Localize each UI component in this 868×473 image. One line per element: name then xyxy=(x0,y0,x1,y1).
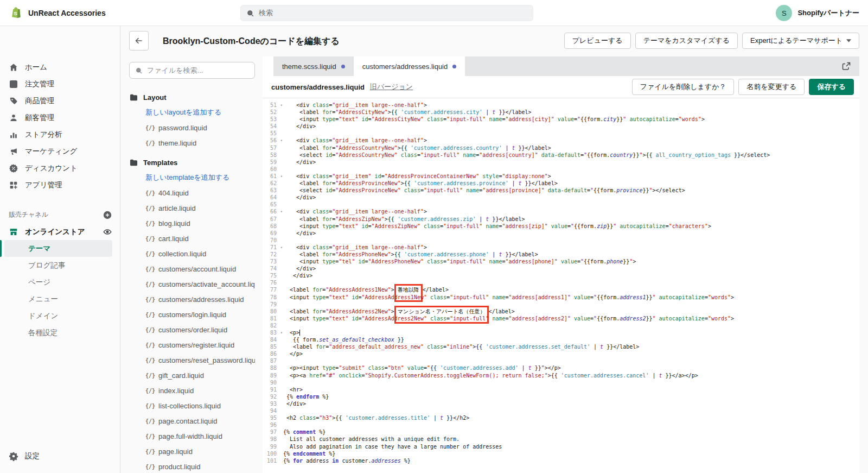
code-line[interactable]: 59 </div> xyxy=(263,159,859,166)
header-action-button[interactable]: プレビューする xyxy=(564,33,631,49)
save-button[interactable]: 保存する xyxy=(809,79,854,95)
file-item[interactable]: {/}theme.liquid xyxy=(129,135,255,150)
sidebar-item-home[interactable]: ホーム xyxy=(0,59,120,75)
file-item[interactable]: {/}article.liquid xyxy=(129,200,255,216)
code-line[interactable]: 65 xyxy=(263,201,859,208)
file-item[interactable]: {/}blog.liquid xyxy=(129,216,255,231)
file-item[interactable]: {/}customers/account.liquid xyxy=(129,261,255,276)
add-file-link[interactable]: 新しいtemplateを追加する xyxy=(129,170,255,185)
file-item[interactable]: {/}page.liquid xyxy=(129,444,255,459)
code-line[interactable]: 101{% for address in customer.addresses … xyxy=(263,457,859,464)
file-item[interactable]: {/}page.full-width.liquid xyxy=(129,428,255,444)
code-line[interactable]: 52 <label for="AddressCityNew">{{ 'custo… xyxy=(263,109,859,116)
code-line[interactable]: 75 </div> xyxy=(263,272,859,279)
header-action-button[interactable]: Expertによるテーマサポート xyxy=(742,33,859,49)
search-input[interactable]: 検索 xyxy=(240,5,533,21)
code-line[interactable]: 71▾ <div class="grid__item large--one-ha… xyxy=(263,244,859,251)
code-line[interactable]: 94 xyxy=(263,407,859,414)
editor-tab[interactable]: customers/addresses.liquid xyxy=(354,56,465,76)
code-line[interactable]: 51▾ <div class="grid__item large--one-ha… xyxy=(263,102,859,109)
code-line[interactable]: 74 </div> xyxy=(263,265,859,272)
code-line[interactable]: 76 xyxy=(263,279,859,286)
sidebar-subitem-item[interactable]: メニュー xyxy=(0,291,120,307)
code-line[interactable]: 81 <input type="text" id="AddressAddress… xyxy=(263,315,859,322)
sidebar-item-settings[interactable]: 設定 xyxy=(0,447,120,464)
code-line[interactable]: 66▾ <div class="grid__item large--one-ha… xyxy=(263,208,859,215)
code-line[interactable]: 98 List all customer addresses with a un… xyxy=(263,436,859,443)
sidebar-item-customers[interactable]: 顧客管理 xyxy=(0,109,120,126)
code-line[interactable]: 72 <label for="AddressPhoneNew">{{ 'cust… xyxy=(263,251,859,258)
code-line[interactable]: 57 <label for="AddressCountryNew">{{ 'cu… xyxy=(263,144,859,152)
code-line[interactable]: 86 </p> xyxy=(263,350,859,357)
code-line[interactable]: 95 <h2 class="h3">{{ 'customer.addresses… xyxy=(263,414,859,421)
file-item[interactable]: {/}customers/activate_account.liquid xyxy=(129,276,255,292)
rename-file-button[interactable]: 名前を変更する xyxy=(738,79,805,95)
back-button[interactable] xyxy=(129,31,149,51)
code-line[interactable]: 92 {% endform %} xyxy=(263,393,859,400)
sidebar-item-online-store[interactable]: オンラインストア xyxy=(0,223,120,240)
code-line[interactable]: 55 xyxy=(263,130,859,137)
sidebar-subitem-themes-active[interactable]: テーマ xyxy=(4,240,112,257)
code-line[interactable]: 88 <p><input type="submit" class="btn" v… xyxy=(263,364,859,371)
file-section-templates[interactable]: Templates xyxy=(129,155,255,170)
code-line[interactable]: 61▾ <div class="grid__item" id="AddressP… xyxy=(263,173,859,180)
old-version-link[interactable]: 旧バージョン xyxy=(370,82,413,92)
code-line[interactable]: 90 xyxy=(263,379,859,386)
sidebar-item-discounts[interactable]: ディスカウント xyxy=(0,160,120,176)
view-store-eye-icon[interactable] xyxy=(103,227,112,237)
sidebar-subitem-item[interactable]: 各種設定 xyxy=(0,324,120,341)
code-line[interactable]: 80 <label for="AddressAddress2New">マンション… xyxy=(263,308,859,315)
file-section-layout[interactable]: Layout xyxy=(129,90,255,105)
code-line[interactable]: 91 <hr> xyxy=(263,386,859,393)
code-line[interactable]: 58 <select id="AddressCountryNew" class=… xyxy=(263,152,859,159)
code-line[interactable]: 93 </div> xyxy=(263,400,859,407)
code-line[interactable]: 79 xyxy=(263,301,859,308)
code-line[interactable]: 99 Also add pagination in case they have… xyxy=(263,443,859,450)
code-line[interactable]: 83▾ <p> xyxy=(263,329,859,336)
file-item[interactable]: {/}customers/addresses.liquid xyxy=(129,292,255,307)
sidebar-item-analytics[interactable]: ストア分析 xyxy=(0,126,120,143)
code-line[interactable]: 64 </div> xyxy=(263,194,859,201)
code-line[interactable]: 78 <input type="text" id="AddressAddress… xyxy=(263,294,859,301)
code-line[interactable]: 77 <label for="AddressAddress1New">番地以降<… xyxy=(263,286,859,293)
sidebar-subitem-item[interactable]: ドメイン xyxy=(0,307,120,324)
file-item[interactable]: {/}customers/order.liquid xyxy=(129,322,255,337)
code-line[interactable]: 89 <p><a href="#" onclick="Shopify.Custo… xyxy=(263,372,859,379)
sidebar-item-orders[interactable]: 注文管理 xyxy=(0,75,120,92)
file-search-input[interactable]: ファイルを検索... xyxy=(129,62,255,79)
file-item[interactable]: {/}product.liquid xyxy=(129,459,255,473)
expand-editor-icon[interactable] xyxy=(841,61,852,72)
sidebar-item-apps[interactable]: アプリ管理 xyxy=(0,176,120,193)
code-line[interactable]: 82 xyxy=(263,322,859,329)
editor-tab[interactable]: theme.scss.liquid xyxy=(273,56,354,76)
file-item[interactable]: {/}customers/login.liquid xyxy=(129,307,255,322)
code-line[interactable]: 54 </div> xyxy=(263,123,859,130)
account-menu[interactable]: S Shopifyパートナー xyxy=(776,5,859,21)
file-item[interactable]: {/}list-collections.liquid xyxy=(129,398,255,413)
add-file-link[interactable]: 新しいlayoutを追加する xyxy=(129,105,255,120)
code-line[interactable]: 70 xyxy=(263,237,859,244)
code-line[interactable]: 60 xyxy=(263,166,859,173)
code-line[interactable]: 69 </div> xyxy=(263,230,859,237)
file-item[interactable]: {/}customers/reset_password.liquid xyxy=(129,352,255,368)
code-line[interactable]: 100{% endcomment %} xyxy=(263,450,859,457)
code-line[interactable]: 56▾ <div class="grid__item large--one-ha… xyxy=(263,137,859,144)
code-line[interactable]: 63 <select id="AddressProvinceNew" class… xyxy=(263,187,859,194)
code-line[interactable]: 68 <input type="text" id="AddressZipNew"… xyxy=(263,223,859,230)
code-line[interactable]: 84 {{ form.set_as_default_checkbox }} xyxy=(263,336,859,343)
code-line[interactable]: 85 <label for="address_default_address_n… xyxy=(263,343,859,350)
add-sales-channel-button[interactable] xyxy=(103,210,112,220)
code-line[interactable]: 96 xyxy=(263,421,859,428)
sidebar-subitem-item[interactable]: ブログ記事 xyxy=(0,257,120,274)
code-line[interactable]: 97{% comment %} xyxy=(263,428,859,436)
delete-file-button[interactable]: ファイルを削除しますか？ xyxy=(632,79,735,95)
file-item[interactable]: {/}collection.liquid xyxy=(129,246,255,261)
file-item[interactable]: {/}404.liquid xyxy=(129,185,255,200)
file-item[interactable]: {/}customers/register.liquid xyxy=(129,337,255,352)
sidebar-item-marketing[interactable]: マーケティング xyxy=(0,143,120,160)
file-item[interactable]: {/}password.liquid xyxy=(129,120,255,135)
code-line[interactable]: 53 <input type="text" id="AddressCityNew… xyxy=(263,116,859,123)
code-area[interactable]: 51▾ <div class="grid__item large--one-ha… xyxy=(263,99,859,473)
sidebar-item-products[interactable]: 商品管理 xyxy=(0,92,120,109)
code-line[interactable]: 62 <label for="AddressProvinceNew">{{ 'c… xyxy=(263,180,859,187)
